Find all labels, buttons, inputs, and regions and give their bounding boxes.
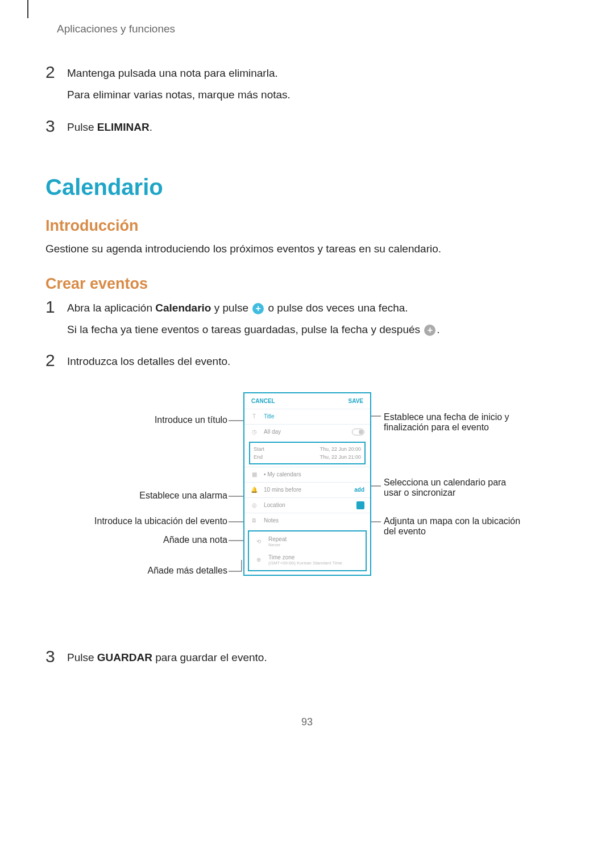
notes-input[interactable]: Notes: [264, 517, 364, 524]
event-editor-mockup: Introduce un título Establece una alarma…: [45, 392, 569, 620]
save-button[interactable]: SAVE: [349, 398, 364, 404]
calendar-icon: ▦: [250, 471, 258, 479]
title-row[interactable]: T Title: [244, 409, 370, 424]
section-header: Aplicaciones y funciones: [57, 23, 569, 35]
end-value: Thu, 22 Jun 21:00: [320, 454, 361, 460]
reminder-row[interactable]: 🔔 10 mins before add: [244, 482, 370, 497]
repeat-value: Never: [268, 542, 360, 547]
step-text: Mantenga pulsada una nota para eliminarl…: [67, 65, 291, 82]
intro-paragraph: Gestione su agenda introduciendo los pró…: [45, 240, 569, 258]
bell-icon: 🔔: [250, 486, 258, 494]
step-item: 2 Mantenga pulsada una nota para elimina…: [45, 64, 569, 109]
step-item: 3 Pulse GUARDAR para guardar el evento.: [45, 648, 569, 671]
step-text: Pulse GUARDAR para guardar el evento.: [67, 649, 267, 666]
heading-calendar: Calendario: [45, 175, 569, 200]
annotation-dates: Establece una fecha de inicio y finaliza…: [384, 412, 526, 433]
start-label: Start: [254, 446, 264, 452]
phone-topbar: CANCEL SAVE: [244, 393, 370, 409]
repeat-label: Repeat: [268, 536, 360, 542]
heading-create-events: Crear eventos: [45, 275, 569, 293]
step-item: 1 Abra la aplicación Calendario y pulse …: [45, 298, 569, 343]
note-icon: 🗎: [250, 517, 258, 525]
more-details-box: ⟲ Repeat Never ⊕ Time zone (GMT+09:00) K…: [248, 530, 367, 571]
step-body: Pulse ELIMINAR.: [67, 118, 152, 140]
text-icon: T: [250, 413, 258, 421]
step-body: Pulse GUARDAR para guardar el evento.: [67, 648, 267, 671]
page-number: 93: [45, 716, 569, 728]
timezone-label: Time zone: [268, 554, 360, 560]
location-input[interactable]: Location: [264, 502, 351, 508]
calendar-row[interactable]: ▦ • My calendars: [244, 467, 370, 482]
step-text: Introduzca los detalles del evento.: [67, 353, 230, 370]
annotation-calendar: Selecciona un calendario para usar o sin…: [384, 477, 526, 498]
step-text: Pulse ELIMINAR.: [67, 119, 152, 136]
cancel-button[interactable]: CANCEL: [251, 398, 275, 404]
annotation-title: Introduce un título: [85, 415, 227, 425]
end-label: End: [254, 454, 263, 460]
timezone-value: (GMT+09:00) Korean Standard Time: [268, 560, 360, 566]
step-number: 2: [45, 352, 57, 375]
repeat-icon: ⟲: [255, 538, 263, 546]
repeat-row[interactable]: ⟲ Repeat Never: [249, 533, 366, 551]
timezone-row[interactable]: ⊕ Time zone (GMT+09:00) Korean Standard …: [249, 551, 366, 569]
step-item: 3 Pulse ELIMINAR.: [45, 118, 569, 140]
pin-icon: ◎: [250, 501, 258, 509]
step-text: Si la fecha ya tiene eventos o tareas gu…: [67, 321, 440, 338]
date-range-box[interactable]: StartThu, 22 Jun 20:00 EndThu, 22 Jun 21…: [249, 442, 366, 464]
step-number: 3: [45, 648, 57, 671]
step-text: Abra la aplicación Calendario y pulse + …: [67, 300, 440, 317]
allday-row[interactable]: ◷ All day: [244, 424, 370, 439]
start-value: Thu, 22 Jun 20:00: [320, 446, 361, 452]
step-body: Introduzca los detalles del evento.: [67, 352, 230, 375]
reminder-value: 10 mins before: [264, 487, 349, 493]
plus-icon: +: [424, 325, 435, 336]
step-text: Para eliminar varias notas, marque más n…: [67, 86, 291, 103]
title-input[interactable]: Title: [264, 413, 364, 420]
annotation-alarm: Establece una alarma: [85, 491, 227, 501]
step-number: 3: [45, 118, 57, 140]
phone-screenshot: CANCEL SAVE T Title ◷ All day StartThu, …: [243, 392, 371, 576]
page-margin-rule: [27, 0, 28, 18]
step-body: Mantenga pulsada una nota para eliminarl…: [67, 64, 291, 109]
reminder-add[interactable]: add: [354, 487, 364, 493]
annotation-more: Añade más detalles: [85, 566, 227, 576]
annotation-location: Introduce la ubicación del evento: [85, 516, 227, 526]
annotation-map: Adjunta un mapa con la ubicación del eve…: [384, 516, 526, 537]
annotation-note: Añade una nota: [85, 535, 227, 545]
clock-icon: ◷: [250, 428, 258, 436]
allday-toggle[interactable]: [352, 429, 364, 435]
globe-icon: ⊕: [255, 556, 263, 564]
calendar-value: • My calendars: [264, 471, 364, 477]
location-row[interactable]: ◎ Location: [244, 497, 370, 513]
step-number: 2: [45, 64, 57, 109]
step-item: 2 Introduzca los detalles del evento.: [45, 352, 569, 375]
step-number: 1: [45, 298, 57, 343]
map-icon[interactable]: [356, 501, 364, 509]
plus-icon: +: [252, 303, 264, 314]
allday-label: All day: [264, 429, 346, 435]
notes-row[interactable]: 🗎 Notes: [244, 513, 370, 528]
heading-intro: Introducción: [45, 217, 569, 235]
step-body: Abra la aplicación Calendario y pulse + …: [67, 298, 440, 343]
